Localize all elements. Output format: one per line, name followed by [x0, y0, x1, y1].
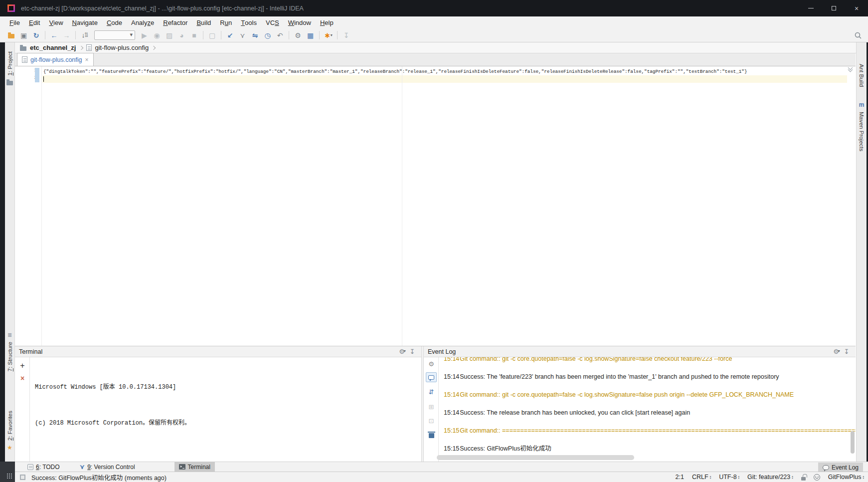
- toolbar-separator: [221, 31, 221, 39]
- statusbar-panel-icon[interactable]: [20, 475, 25, 480]
- update-project-icon[interactable]: ↙: [224, 30, 236, 41]
- sidebar-item-maven-projects[interactable]: m Maven Projects: [857, 101, 867, 151]
- sidebar-item-ant-build[interactable]: Ant Build: [857, 64, 867, 87]
- download-icon[interactable]: ↧: [340, 30, 352, 41]
- gitflowplus-widget[interactable]: GitFlowPlus▴▾: [828, 474, 864, 481]
- rollback-icon[interactable]: ↶: [274, 30, 286, 41]
- vcs-branches-icon[interactable]: ⋎: [236, 30, 249, 41]
- gitflowplus-face-icon[interactable]: [814, 474, 820, 481]
- profiler-icon[interactable]: ◕: [175, 30, 188, 41]
- menu-run[interactable]: Run: [215, 16, 236, 28]
- hide-panel-icon[interactable]: ↧: [407, 348, 417, 355]
- ide-window: etc-channel-zj [D:\workspace\etc\etc_cha…: [0, 0, 868, 482]
- sync-icon[interactable]: ↻: [30, 30, 42, 41]
- recent-changes-icon[interactable]: ◷: [261, 30, 274, 41]
- tab-close-icon[interactable]: ×: [85, 56, 89, 63]
- code-line: {"dingtalkToken":"","featurePrefix":"fea…: [43, 68, 747, 75]
- log-settings-icon[interactable]: ⚙: [424, 360, 439, 368]
- toolwindow-event-log[interactable]: Event Log: [818, 463, 863, 472]
- unlock-icon[interactable]: [801, 477, 806, 481]
- close-session-icon[interactable]: ×: [15, 374, 30, 382]
- toolwindow-switcher-button[interactable]: [0, 462, 15, 482]
- git-branch-widget[interactable]: Git: feature/223▴▾: [747, 474, 793, 481]
- clear-all-icon[interactable]: [424, 431, 439, 438]
- menu-analyze[interactable]: Analyze: [127, 16, 159, 28]
- terminal-output[interactable]: Microsoft Windows [版本 10.0.17134.1304] (…: [30, 357, 421, 462]
- caret-position-widget[interactable]: 2:1: [676, 474, 684, 481]
- log-entry: 15:14Success: The 'feature/223' branch h…: [444, 368, 856, 386]
- menu-vcs[interactable]: VCS: [261, 16, 284, 28]
- updown-icon: ▴▾: [710, 475, 711, 480]
- encoding-widget[interactable]: UTF-8▴▾: [719, 474, 739, 481]
- maximize-button[interactable]: [822, 0, 845, 16]
- event-log-title: Event Log: [428, 348, 456, 355]
- back-icon[interactable]: ←: [48, 30, 60, 41]
- status-bar: Success: GitFlowPlus初始化成功 (moments ago) …: [15, 472, 868, 482]
- breadcrumb-project[interactable]: etc_channel_zj: [30, 44, 76, 51]
- gear-icon[interactable]: ⚙▾: [832, 348, 842, 355]
- sidebar-item-structure[interactable]: ≣ 7: Structure: [5, 332, 14, 371]
- event-log-list[interactable]: 15:14Git command:: git -c core.quotepath…: [439, 357, 856, 462]
- run-configuration-select[interactable]: ▾: [94, 30, 135, 40]
- breadcrumb-file[interactable]: git-flow-plus.config: [95, 44, 149, 51]
- expand-all-icon[interactable]: ⇵: [424, 388, 439, 396]
- menu-bar: File Edit View Navigate Code Analyze Ref…: [0, 16, 868, 28]
- line-ending-widget[interactable]: CRLF▴▾: [692, 474, 711, 481]
- debug-icon[interactable]: ◉: [151, 30, 163, 41]
- terminal-toolbar: + ×: [15, 357, 30, 462]
- menu-file[interactable]: File: [5, 16, 24, 28]
- toolwindow-todo[interactable]: 6: TODO: [23, 462, 64, 472]
- collapse-all-icon[interactable]: ⊞: [424, 403, 439, 411]
- horizontal-scrollbar[interactable]: [437, 455, 634, 460]
- project-tool-icon: [6, 81, 13, 85]
- menu-refactor[interactable]: Refactor: [159, 16, 192, 28]
- left-edge: [0, 42, 5, 482]
- log-entry: 15:15Git command:: =====================…: [444, 422, 856, 440]
- menu-window[interactable]: Window: [284, 16, 316, 28]
- toolwindow-version-control[interactable]: ⋎ 9: Version Control: [75, 462, 140, 472]
- hide-panel-icon[interactable]: ↧: [842, 348, 852, 355]
- todo-icon: [27, 464, 33, 470]
- settings-icon[interactable]: ⚙: [292, 30, 304, 41]
- editor[interactable]: 1 2 {"dingtalkToken":"","featurePrefix":…: [15, 66, 856, 346]
- sort-lines-icon[interactable]: ↓0110: [78, 31, 91, 39]
- menu-navigate[interactable]: Navigate: [68, 16, 102, 28]
- intellij-logo-icon: [7, 4, 15, 12]
- breadcrumb: etc_channel_zj git-flow-plus.config: [0, 42, 868, 53]
- close-button[interactable]: ×: [845, 0, 868, 16]
- menu-tools[interactable]: Tools: [236, 16, 261, 28]
- file-icon: [86, 44, 92, 51]
- coverage-icon[interactable]: ▨: [163, 30, 175, 41]
- show-balloons-icon[interactable]: [424, 372, 439, 382]
- open-icon[interactable]: [5, 30, 17, 41]
- terminal-header: Terminal ⚙▾ ↧: [15, 346, 421, 357]
- mark-read-icon[interactable]: ⊡: [424, 417, 439, 425]
- run-icon[interactable]: ▶: [138, 30, 151, 41]
- gear-icon[interactable]: ⚙▾: [397, 348, 407, 355]
- menu-help[interactable]: Help: [316, 16, 338, 28]
- search-icon[interactable]: [853, 30, 863, 40]
- toolwindow-terminal[interactable]: Terminal: [174, 462, 215, 472]
- vertical-scrollbar[interactable]: [851, 431, 855, 454]
- toolwindow-bar: 6: TODO ⋎ 9: Version Control Terminal Ev…: [15, 462, 868, 472]
- push-icon[interactable]: ⇋: [249, 30, 261, 41]
- inspect-code-icon[interactable]: ∗▾: [322, 30, 335, 41]
- new-session-icon[interactable]: +: [15, 361, 30, 370]
- menu-edit[interactable]: Edit: [24, 16, 44, 28]
- project-structure-icon[interactable]: ▦: [304, 30, 317, 41]
- menu-build[interactable]: Build: [192, 16, 215, 28]
- sidebar-item-favorites[interactable]: 2: Favorites ★: [5, 411, 14, 451]
- stop-icon[interactable]: ■: [188, 30, 200, 41]
- sidebar-item-project[interactable]: 1: Project: [5, 51, 14, 85]
- inspections-widget-icon[interactable]: [847, 67, 854, 75]
- vcs-change-marker: [35, 68, 39, 82]
- menu-code[interactable]: Code: [102, 16, 127, 28]
- tab-git-flow-plus-config[interactable]: git-flow-plus.config ×: [17, 53, 94, 66]
- toolbar-separator: [289, 31, 289, 39]
- menu-view[interactable]: View: [44, 16, 67, 28]
- save-icon[interactable]: ▣: [17, 30, 30, 41]
- attach-debugger-icon[interactable]: ▢: [206, 30, 218, 41]
- title-bar: etc-channel-zj [D:\workspace\etc\etc_cha…: [0, 0, 868, 16]
- forward-icon[interactable]: →: [60, 30, 73, 41]
- minimize-button[interactable]: [799, 0, 822, 16]
